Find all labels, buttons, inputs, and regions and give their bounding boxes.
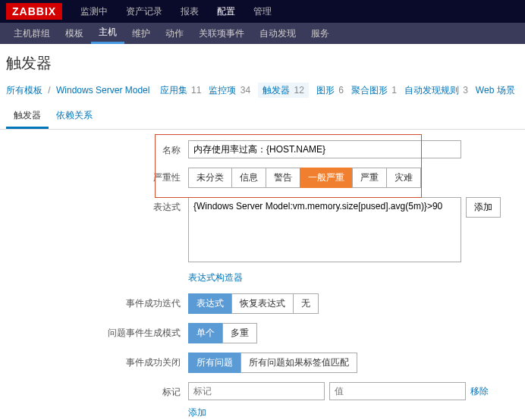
okclose-group-option[interactable]: 所有问题 (188, 353, 241, 373)
tag-remove-link[interactable]: 移除 (470, 385, 489, 398)
bc-item[interactable]: 监控项 (209, 85, 236, 96)
bc-count: 12 (291, 85, 304, 96)
label-name: 名称 (6, 140, 188, 157)
ok-iteration-group: 表达式恢复表达式无 (188, 293, 319, 314)
topbar: ZABBIX 监测中资产记录报表配置管理 (0, 0, 525, 23)
bc-item[interactable]: 聚合图形 (351, 85, 388, 96)
add-button[interactable]: 添加 (466, 197, 501, 218)
topnav-item[interactable]: 配置 (208, 0, 244, 23)
label-ok-iteration: 事件成功迭代 (6, 293, 188, 310)
sev-group-option[interactable]: 警告 (266, 168, 300, 188)
bc-sep: / (48, 85, 50, 96)
sev-group-option[interactable]: 信息 (231, 168, 266, 188)
subnav: 主机群组模板主机维护动作关联项事件自动发现服务 (6, 23, 337, 44)
bc-item[interactable]: 应用集 (160, 85, 187, 96)
bc-all-templates[interactable]: 所有模板 (6, 85, 42, 96)
gen-mode-group: 单个多重 (188, 323, 257, 343)
bc-item[interactable]: 图形 (316, 85, 335, 96)
bc-count: 34 (237, 85, 250, 96)
expression-builder-link[interactable]: 表达式构造器 (188, 271, 243, 284)
form: 名称 严重性 未分类信息警告一般严重严重灾难 表达式 {Windows Serv… (0, 130, 525, 420)
label-tags: 标记 (6, 382, 188, 399)
subnav-item[interactable]: 主机群组 (6, 23, 58, 44)
tab[interactable]: 依赖关系 (49, 105, 100, 129)
label-severity: 严重性 (6, 168, 188, 184)
genmode-group-option[interactable]: 单个 (188, 323, 223, 343)
topnav-item[interactable]: 管理 (244, 0, 281, 23)
genmode-group-option[interactable]: 多重 (222, 323, 257, 343)
subnav-item[interactable]: 模板 (58, 23, 91, 44)
bc-count: 1 (389, 85, 397, 96)
sev-group-option[interactable]: 未分类 (188, 168, 232, 188)
breadcrumb: 所有模板 / Windows Server Model 应用集 11监控项 34… (0, 81, 525, 105)
name-input[interactable] (188, 140, 461, 158)
bc-item[interactable]: Web 场景 (476, 85, 515, 96)
subnav-item[interactable]: 主机 (91, 23, 124, 44)
subnav-item[interactable]: 动作 (158, 23, 191, 44)
tag-add-link[interactable]: 添加 (188, 406, 206, 419)
bc-count: 6 (336, 85, 344, 96)
page-title: 触发器 (0, 44, 525, 81)
logo: ZABBIX (6, 3, 62, 20)
okiter-group-option[interactable]: 恢复表达式 (231, 293, 294, 314)
okclose-group-option[interactable]: 所有问题如果标签值匹配 (240, 353, 357, 373)
sev-group-option[interactable]: 灾难 (386, 168, 421, 188)
ok-close-group: 所有问题所有问题如果标签值匹配 (188, 353, 357, 373)
severity-group: 未分类信息警告一般严重严重灾难 (188, 168, 421, 188)
subnav-item[interactable]: 自动发现 (252, 23, 303, 44)
sev-group-option[interactable]: 严重 (352, 168, 387, 188)
topnav: 监测中资产记录报表配置管理 (71, 0, 281, 23)
subnav-item[interactable]: 维护 (124, 23, 158, 44)
label-gen-mode: 问题事件生成模式 (6, 323, 188, 340)
bc-item[interactable]: 触发器 (262, 85, 290, 96)
okiter-group-option[interactable]: 无 (293, 293, 319, 314)
okiter-group-option[interactable]: 表达式 (188, 293, 232, 314)
topnav-item[interactable]: 监测中 (71, 0, 117, 23)
bc-count: 11 (189, 85, 202, 96)
topnav-item[interactable]: 报表 (171, 0, 208, 23)
bc-count: 3 (461, 85, 468, 96)
tabs: 触发器依赖关系 (0, 105, 525, 130)
expression-textarea[interactable]: {Windows Server Model:vm.memory.size[pus… (188, 197, 461, 262)
bc-model[interactable]: Windows Server Model (56, 85, 149, 96)
tab[interactable]: 触发器 (6, 105, 49, 129)
bc-item[interactable]: 自动发现规则 (404, 85, 459, 96)
tag-value-input[interactable] (329, 382, 466, 400)
label-ok-close: 事件成功关闭 (6, 353, 188, 369)
sev-group-option[interactable]: 一般严重 (300, 168, 353, 188)
subnav-item[interactable]: 关联项事件 (191, 23, 252, 44)
tag-key-input[interactable] (188, 382, 325, 400)
topnav-item[interactable]: 资产记录 (117, 0, 171, 23)
label-expression: 表达式 (6, 197, 188, 214)
subnav-item[interactable]: 服务 (303, 23, 337, 44)
subbar: 主机群组模板主机维护动作关联项事件自动发现服务 (0, 23, 525, 44)
